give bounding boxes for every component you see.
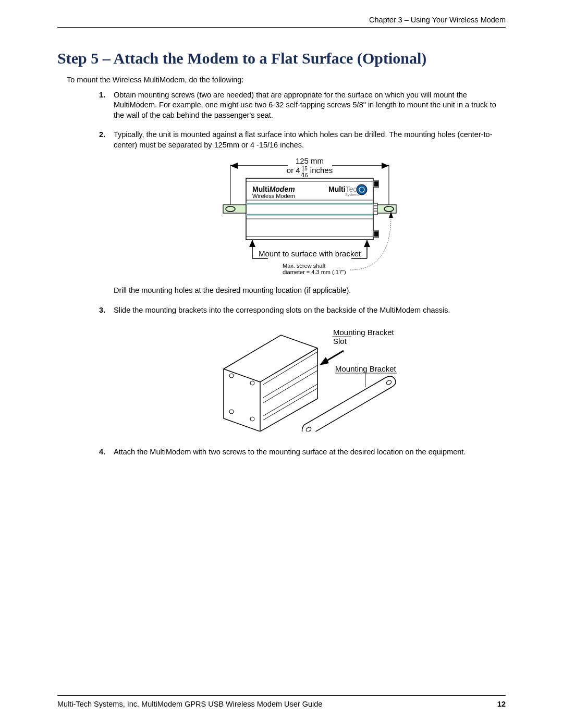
step-number: 3. xyxy=(99,305,114,438)
svg-text:Slot: Slot xyxy=(333,337,347,346)
step-item-1: 1. Obtain mounting screws (two are neede… xyxy=(99,90,506,121)
header-chapter: Chapter 3 – Using Your Wireless Modem xyxy=(57,16,506,28)
step-text: Typically, the unit is mounted against a… xyxy=(114,130,506,296)
step-item-2: 2. Typically, the unit is mounted agains… xyxy=(99,130,506,296)
step-text: Slide the mounting brackets into the cor… xyxy=(114,305,506,438)
footer-text: Multi-Tech Systems, Inc. MultiModem GPRS… xyxy=(57,700,322,708)
svg-marker-4 xyxy=(230,163,238,169)
svg-text:MultiModem: MultiModem xyxy=(252,185,295,193)
svg-text:Max. screw shaft: Max. screw shaft xyxy=(283,263,326,269)
svg-rect-19 xyxy=(374,181,378,187)
svg-marker-33 xyxy=(249,240,255,247)
step2-ext: Drill the mounting holes at the desired … xyxy=(114,286,506,296)
svg-point-30 xyxy=(357,184,367,195)
svg-text:or 415⁄16 inches: or 415⁄16 inches xyxy=(287,166,333,178)
step-item-4: 4. Attach the MultiModem with two screws… xyxy=(99,447,506,458)
page-number: 12 xyxy=(497,700,506,708)
step3-main: Slide the mounting brackets into the cor… xyxy=(114,306,450,314)
svg-text:Mount to surface with bracket: Mount to surface with bracket xyxy=(259,249,361,258)
mounting-diagram-icon: 125 mm or 415⁄16 inches xyxy=(220,154,399,279)
section-title: Step 5 – Attach the Modem to a Flat Surf… xyxy=(57,48,506,68)
step2-main: Typically, the unit is mounted against a… xyxy=(114,130,492,149)
intro-text: To mount the Wireless MultiModem, do the… xyxy=(67,76,506,84)
svg-text:Systems: Systems xyxy=(345,193,359,197)
svg-marker-47 xyxy=(320,357,329,365)
step-number: 2. xyxy=(99,130,114,296)
bracket-diagram-icon: Mounting Bracket Slot Mounting Bracket xyxy=(213,319,406,431)
step-number: 1. xyxy=(99,90,114,121)
svg-text:Wireless Modem: Wireless Modem xyxy=(252,193,295,199)
step-text: Obtain mounting screws (two are needed) … xyxy=(114,90,506,121)
svg-text:Mounting Bracket: Mounting Bracket xyxy=(333,328,395,337)
svg-text:diameter = 4.3 mm (.17"): diameter = 4.3 mm (.17") xyxy=(283,269,346,275)
svg-text:Mounting Bracket: Mounting Bracket xyxy=(335,364,397,373)
step-item-3: 3. Slide the mounting brackets into the … xyxy=(99,305,506,438)
step-text: Attach the MultiModem with two screws to… xyxy=(114,447,506,458)
svg-rect-20 xyxy=(373,203,377,215)
step-number: 4. xyxy=(99,447,114,458)
svg-marker-36 xyxy=(364,240,370,247)
svg-marker-5 xyxy=(382,163,389,169)
svg-text:MultiTech: MultiTech xyxy=(328,185,361,193)
svg-text:125 mm: 125 mm xyxy=(296,156,324,165)
svg-rect-25 xyxy=(374,231,378,237)
